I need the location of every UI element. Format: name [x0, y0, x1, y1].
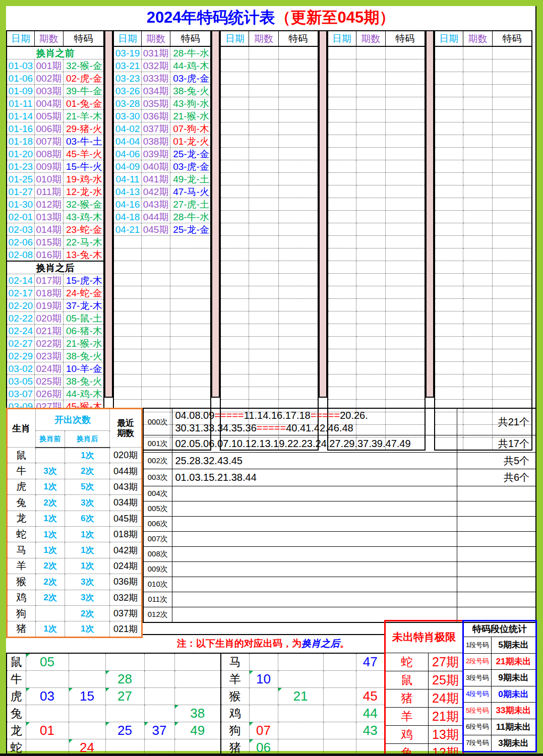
date-cell: [435, 85, 463, 97]
map-number-cell: [105, 705, 144, 722]
map-number-cell: 27: [105, 688, 144, 705]
result-row: [435, 236, 532, 248]
result-row: [435, 46, 532, 59]
period-cell: [249, 148, 278, 160]
freq-numbers-cell: 25.28.32.43.45: [172, 453, 457, 469]
date-cell: 02-20: [7, 299, 34, 312]
date-cell: [328, 148, 356, 160]
result-row: [220, 198, 318, 211]
comment-marker-icon: [69, 739, 73, 743]
code-cell: [278, 248, 318, 261]
period-cell: [142, 337, 170, 349]
results-table-1: 日期期数特码换肖之前01-03001期32-猴-金01-06002期02-虎-金…: [6, 30, 104, 451]
period-cell: [463, 324, 492, 337]
date-cell: [328, 286, 356, 299]
result-row: 02-27022期21-猴-水: [7, 337, 104, 350]
code-cell: 49-龙-土: [170, 173, 211, 185]
stats-after-count-cell: 5次: [65, 479, 110, 494]
code-cell: [278, 135, 318, 148]
code-cell: [493, 324, 532, 337]
period-cell: [249, 97, 278, 110]
period-cell: [249, 135, 278, 148]
freq-row: 003次01.03.15.21.38.44共6个: [143, 469, 536, 486]
period-cell: 011期: [34, 185, 63, 198]
result-row: 03-30036期21-猴-水: [113, 110, 211, 122]
result-row: 换肖之前: [7, 46, 104, 59]
date-cell: [113, 324, 141, 337]
section-row-label: 换肖之后: [7, 261, 104, 274]
date-cell: [328, 211, 356, 223]
date-cell: [220, 160, 249, 173]
stats-row: 虎1次5次043期: [7, 479, 142, 494]
code-cell: [385, 59, 425, 72]
result-row: [328, 362, 425, 374]
stats-recent-period-cell: 044期: [110, 463, 142, 479]
segment-value-cell: 21期未出: [492, 653, 536, 670]
result-row: 01-06002期02-虎-金: [7, 72, 104, 85]
date-cell: [328, 324, 356, 337]
period-cell: [142, 349, 170, 362]
period-cell: 002期: [34, 72, 63, 85]
date-cell: 03-26: [113, 85, 141, 97]
code-cell: [385, 135, 425, 148]
map-number-cell: [144, 653, 174, 671]
code-cell: [278, 223, 318, 236]
code-cell: [385, 223, 425, 236]
zodiac-map: 马47羊10猴2145鸡44狗0743猪06: [220, 653, 385, 756]
result-row: [435, 387, 532, 400]
date-cell: [435, 211, 463, 223]
date-cell: [435, 374, 463, 387]
date-cell: 01-27: [7, 185, 34, 198]
limit: 未出特肖极限蛇27期鼠25期猪24期羊21期鸡13期兔12期: [384, 620, 464, 756]
map-zodiac-cell: 狗: [221, 722, 249, 739]
stats-zodiac-cell: 鼠: [7, 448, 36, 463]
zodiac-number-map-left: 鼠05牛28虎031527兔38龙01253749蛇24: [6, 653, 221, 756]
map-number-cell: [26, 671, 69, 688]
code-cell: [278, 148, 318, 160]
stats-recent-period-cell: 045期: [110, 511, 142, 526]
freq-row: 011次: [143, 592, 536, 607]
freq-numbers-cell: [172, 592, 457, 607]
code-cell: [385, 248, 425, 261]
stats-zodiac-cell: 鸡: [7, 590, 36, 605]
date-cell: [435, 274, 463, 286]
stats-after-count-cell: 6次: [65, 511, 110, 526]
period-cell: [356, 349, 385, 362]
results-table-4: 日期期数特码: [327, 30, 426, 451]
result-row: [113, 286, 211, 299]
stats-zodiac-cell: 牛: [7, 463, 36, 479]
period-cell: [356, 148, 385, 160]
date-cell: [328, 72, 356, 85]
result-row: [328, 286, 425, 299]
period-cell: [249, 223, 278, 236]
result-row: [220, 148, 318, 160]
date-cell: [113, 299, 141, 311]
period-cell: [356, 248, 385, 261]
result-row: 02-03014期23-蛇-金: [7, 223, 104, 236]
map-number-cell: 37: [144, 722, 174, 739]
comment-marker-icon: [69, 688, 73, 691]
date-cell: 02-24: [7, 325, 34, 337]
date-cell: [220, 46, 249, 59]
result-row: 04-06039期25-龙-金: [113, 148, 211, 160]
code-cell: 29-猪-火: [63, 122, 104, 135]
code-cell: 19-鸡-水: [63, 173, 104, 185]
date-cell: 01-25: [7, 173, 34, 185]
code-cell: 37-龙-木: [63, 299, 104, 312]
code-cell: [278, 236, 318, 248]
date-cell: [328, 248, 356, 261]
date-cell: [328, 387, 356, 400]
stats-after-count-cell: 1次: [65, 558, 110, 574]
result-row: [435, 185, 532, 198]
freq-row: 006次: [143, 517, 536, 532]
period-cell: [142, 387, 170, 400]
freq-row: 008次: [143, 547, 536, 562]
period-cell: [249, 110, 278, 122]
header-cell-date: 日期: [7, 31, 34, 46]
code-cell: 03-虎-金: [170, 72, 211, 85]
period-cell: [249, 59, 278, 72]
date-cell: [220, 299, 249, 311]
period-cell: [142, 286, 170, 299]
stats-before-count-cell: [35, 605, 65, 621]
header-cell-code: 特码: [493, 31, 532, 46]
